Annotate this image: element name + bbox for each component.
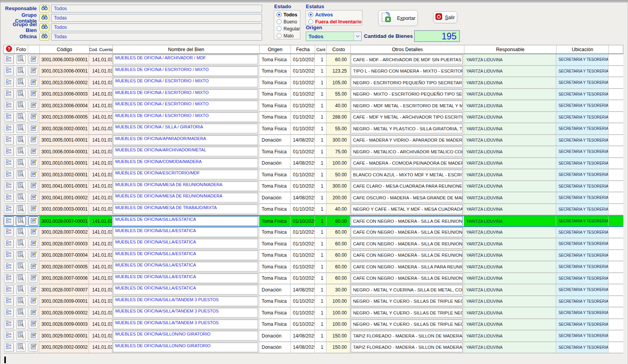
table-row[interactable]: 3001.0028.0007-00004 141.01.03 MUEBLES D…	[4, 250, 623, 262]
row-edit-button[interactable]	[29, 217, 38, 226]
table-row[interactable]: 3001.0028.0009-00003 141.01.03 MUEBLES D…	[4, 319, 623, 331]
row-photo-button[interactable]	[16, 90, 26, 99]
estado-option-malo[interactable]: Malo	[277, 33, 300, 39]
detalles-cell[interactable]: CAFE CON NEGRO - MADERA - SILLA DE REUNI…	[350, 227, 464, 238]
row-edit-button[interactable]	[29, 101, 38, 110]
nombre-cell[interactable]: MUEBLES DE OFICINA/MESA DE REUNION/MADER…	[112, 192, 259, 203]
row-details-button[interactable]	[4, 308, 14, 317]
row-photo-button[interactable]	[16, 262, 26, 271]
row-edit-button[interactable]	[29, 90, 38, 99]
row-details-button[interactable]	[4, 217, 14, 226]
nombre-cell[interactable]: MUEBLES DE OFICINA/MESA DE TRABAJO/MIXTA	[112, 204, 259, 215]
foto-header[interactable]: Foto	[14, 45, 28, 53]
row-details-button[interactable]	[4, 251, 14, 260]
nombre-cell[interactable]: MUEBLES DE OFICINA / ESCRITORIO / MIXTO	[112, 77, 259, 88]
row-photo-button[interactable]	[16, 251, 26, 260]
nombre-cell[interactable]: MUEBLES DE OFICINA/MESA DE REUNION/MADER…	[112, 181, 259, 192]
table-row[interactable]: 3001.0039.0003-00001 141.01.03 MUEBLES D…	[4, 204, 623, 216]
detalles-cell[interactable]: CAFE CON NEGRO - MADERA - SILLA DE REUNI…	[350, 273, 464, 284]
row-edit-button[interactable]	[29, 262, 38, 271]
costo-header[interactable]: Costo	[327, 45, 351, 53]
detalles-cell[interactable]: TIPO L - NEGRO CON MADERA - MIXTO - ESCR…	[350, 66, 464, 77]
row-edit-button[interactable]	[29, 308, 38, 317]
row-details-button[interactable]	[4, 147, 14, 156]
nombre-cell[interactable]: MUEBLES DE OFICINA/ARCHIVADOR/METAL	[112, 146, 259, 157]
row-photo-button[interactable]	[16, 308, 26, 317]
table-row[interactable]: 3001.0028.0007-00001 141.01.03 MUEBLES D…	[4, 215, 623, 227]
row-details-button[interactable]	[4, 101, 14, 110]
nombre-header[interactable]: Nombre del Bien	[113, 45, 260, 53]
row-details-button[interactable]	[4, 182, 14, 191]
nombre-cell[interactable]: MUEBLES DE OFICINA/SILLON/NO GIRATORIO	[112, 330, 259, 341]
detalles-cell[interactable]: NEGRO Y CAFE - METAL Y MDF - MESA CUADRA…	[350, 204, 464, 215]
cant-header[interactable]: Cant	[315, 45, 327, 53]
estado-option-todos[interactable]: Todos	[277, 12, 300, 18]
table-row[interactable]: 3001.0029.0002-00001 141.01.03 MUEBLES D…	[4, 330, 623, 342]
table-row[interactable]: 3001.0010.0001-00001 141.01.03 MUEBLES D…	[4, 158, 623, 170]
row-details-button[interactable]	[4, 285, 14, 294]
origen-header[interactable]: Origen	[260, 45, 291, 53]
row-edit-button[interactable]	[29, 182, 38, 191]
table-row[interactable]: 3001.0013.0006-00005 141.01.03 MUEBLES D…	[4, 112, 623, 124]
row-edit-button[interactable]	[29, 159, 38, 168]
row-details-button[interactable]	[4, 90, 14, 99]
estado-option-regular[interactable]: Regular	[277, 26, 300, 32]
nombre-cell[interactable]: MUEBLES DE OFICINA/SILLA/ESTATICA	[112, 273, 259, 284]
detalles-cell[interactable]: NEGRO - METAL Y CUERO - SILLAS DE TRIPLE…	[350, 319, 464, 330]
nombre-cell[interactable]: MUEBLES DE OFICINA/SILLA/TANDEM 3 PUESTO…	[112, 296, 259, 307]
nombre-cell[interactable]: MUEBLES DE OFICINA / ESCRITORIO / MIXTO	[112, 112, 259, 123]
grupo-contable-search-button[interactable]	[39, 14, 49, 22]
row-details-button[interactable]	[4, 113, 14, 122]
detalles-cell[interactable]: CAFE - MADERA Y VIDRIO - APARADOR DE MAD…	[350, 135, 464, 146]
detalles-cell[interactable]: NEGRO - ESCRITORIO PEQUEÑO TIPO SECRETAR…	[350, 77, 464, 88]
table-row[interactable]: 3001.0006.0003-00001 141.01.03 MUEBLES D…	[4, 54, 623, 66]
nombre-cell[interactable]: MUEBLES DE OFICINA/SILLON/NO GIRATORIO	[112, 342, 259, 353]
detalles-cell[interactable]: CAFE CON NEGRO - MADERA - SILLA DE REUNI…	[350, 238, 464, 249]
nombre-cell[interactable]: MUEBLES DE OFICINA / ARCHIVADOR / MDF	[112, 54, 259, 65]
table-row[interactable]: 3001.0028.0007-00005 141.01.03 MUEBLES D…	[4, 261, 623, 273]
nombre-cell[interactable]: MUEBLES DE OFICINA/SILLA/TANDEM 3 PUESTO…	[112, 307, 259, 318]
salir-button[interactable]: Salir	[433, 11, 457, 23]
nombre-cell[interactable]: MUEBLES DE OFICINA / ESCRITORIO / MIXTO	[112, 100, 259, 111]
row-edit-button[interactable]	[29, 228, 38, 237]
row-edit-button[interactable]	[29, 124, 38, 133]
table-row[interactable]: 3001.0028.0009-00002 141.01.03 MUEBLES D…	[4, 307, 623, 319]
nombre-cell[interactable]: MUEBLES DE OFICINA / SILLA / GIRATORIA	[112, 123, 259, 134]
row-photo-button[interactable]	[16, 217, 26, 226]
detalles-cell[interactable]: CAFE - MADERA - COMODA PEINADORA DE MADE…	[350, 158, 464, 169]
row-edit-button[interactable]	[29, 136, 38, 145]
estatus-option-activos[interactable]: Activos	[308, 12, 362, 18]
row-details-button[interactable]	[4, 170, 14, 179]
table-row[interactable]: 3001.0013.0006-00004 141.01.03 MUEBLES D…	[4, 100, 623, 112]
table-row[interactable]: 3001.0028.0002-00001 141.01.03 MUEBLES D…	[4, 123, 623, 135]
nombre-cell[interactable]: MUEBLES DE OFICINA/APARADOR/MADERA	[112, 135, 259, 146]
row-edit-button[interactable]	[29, 55, 38, 64]
nombre-cell[interactable]: MUEBLES DE OFICINA / ESCRITORIO / MIXTO	[112, 66, 259, 77]
table-row[interactable]: 3001.0028.0007-00006 141.01.03 MUEBLES D…	[4, 273, 623, 285]
grupo-del-bien-input[interactable]: Todos	[51, 23, 262, 31]
detalles-cell[interactable]: NEGRO - MDF METAL - ESCRITORIO DE METAL …	[350, 100, 464, 111]
row-details-button[interactable]	[4, 297, 14, 306]
row-edit-button[interactable]	[29, 67, 38, 76]
detalles-cell[interactable]: CAFE - MDF - ARCHIVADOR DE MDF SIN PUERT…	[350, 54, 464, 65]
row-photo-button[interactable]	[16, 113, 26, 122]
row-details-button[interactable]	[4, 343, 14, 352]
detalles-cell[interactable]: CAFE - MDF Y METAL - ARCHIVADOR TIPO ESC…	[350, 112, 464, 123]
detalles-cell[interactable]: NEGRO - METAL Y CUERO - SILLAS DE TRIPLE…	[350, 296, 464, 307]
row-photo-button[interactable]	[16, 182, 26, 191]
row-details-button[interactable]	[4, 193, 14, 202]
table-row[interactable]: 3001.0013.0006-00002 141.01.03 MUEBLES D…	[4, 77, 623, 89]
nombre-cell[interactable]: MUEBLES DE OFICINA/SILLA/ESTATICA	[112, 227, 259, 238]
row-edit-button[interactable]	[29, 239, 38, 248]
row-details-button[interactable]	[4, 124, 14, 133]
nombre-cell[interactable]: MUEBLES DE OFICINA/SILLA/ESTATICA	[112, 238, 259, 249]
table-row[interactable]: 3001.0028.0007-00002 141.01.03 MUEBLES D…	[4, 227, 623, 239]
table-row[interactable]: 3001.0013.0006-00001 141.01.03 MUEBLES D…	[4, 66, 623, 78]
responsable-search-button[interactable]	[39, 5, 49, 12]
row-edit-button[interactable]	[29, 251, 38, 260]
row-photo-button[interactable]	[16, 124, 26, 133]
detalles-cell[interactable]: CAFE CLARO - MESA CUADRADA PARA REUNIONE…	[350, 181, 464, 192]
row-edit-button[interactable]	[29, 343, 38, 352]
codigo-header[interactable]: Código	[40, 45, 89, 53]
row-photo-button[interactable]	[16, 193, 26, 202]
